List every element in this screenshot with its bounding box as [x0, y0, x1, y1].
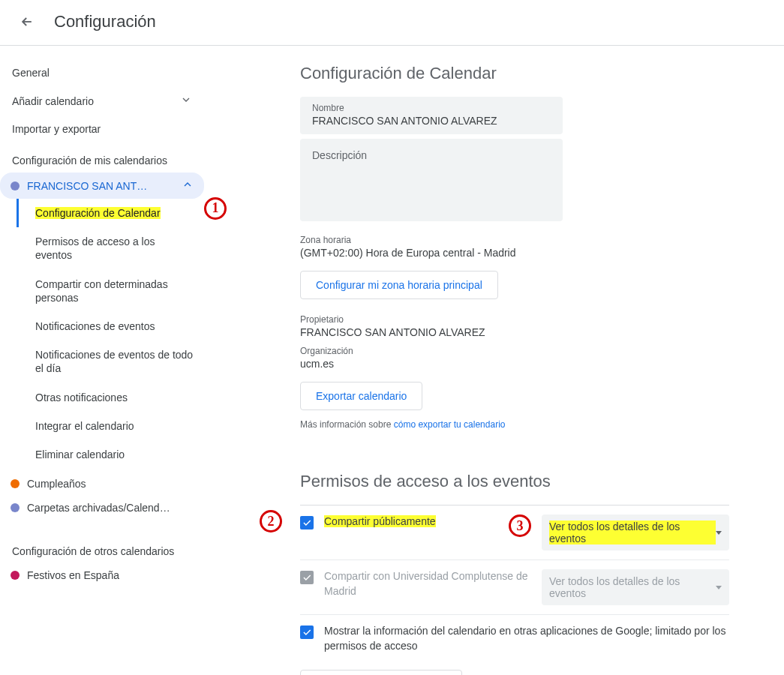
sidebar-calendar-birthdays[interactable]: Cumpleaños: [0, 472, 204, 496]
perm-row-org: Compartir con Universidad Complutense de…: [300, 560, 729, 614]
dropdown-public-visibility[interactable]: Ver todos los detalles de los eventos: [542, 514, 729, 550]
sidebar-sub-label: Configuración de Calendar: [35, 207, 161, 219]
name-field-label: Nombre: [312, 103, 551, 113]
name-field[interactable]: Nombre FRANCISCO SAN ANTONIO ALVAREZ: [300, 97, 563, 134]
sidebar-heading-my-calendars: Configuración de mis calendarios: [0, 142, 204, 172]
org-value: ucm.es: [300, 358, 729, 370]
sidebar-item-label: General: [12, 67, 50, 79]
calendar-color-dot-icon: [11, 503, 20, 512]
chevron-down-icon: [716, 586, 722, 590]
perm-row-public: 2 Compartir públicamente 3 Ver todos los…: [300, 505, 729, 560]
sidebar-heading-other-calendars: Configuración de otros calendarios: [0, 533, 204, 563]
sidebar-sub-compartir[interactable]: Compartir con determinadas personas: [17, 270, 204, 312]
sidebar-sub-otras-notif[interactable]: Otras notificaciones: [17, 383, 204, 412]
header-bar: Configuración: [0, 0, 784, 46]
org-label: Organización: [300, 346, 729, 356]
timezone-label: Zona horaria: [300, 235, 729, 245]
create-share-link-button[interactable]: Crear enlace para compartir: [300, 670, 462, 675]
sidebar-sub-label: Notificaciones de eventos: [35, 320, 155, 332]
sidebar-sub-label: Otras notificaciones: [35, 392, 128, 404]
sidebar-item-general[interactable]: General: [0, 59, 204, 86]
dropdown-label: Ver todos los detalles de los eventos: [549, 575, 716, 599]
configure-timezone-button[interactable]: Configurar mi zona horaria principal: [300, 271, 498, 299]
section-title-perms: Permisos de acceso a los eventos: [300, 472, 729, 491]
sidebar-item-import-export[interactable]: Importar y exportar: [0, 116, 204, 142]
perm-apps-label: Mostrar la información del calendario en…: [324, 624, 729, 653]
sidebar: General Añadir calendario Importar y exp…: [0, 46, 210, 675]
chevron-up-icon: [182, 178, 194, 193]
chevron-down-icon: [716, 531, 722, 535]
sidebar-sub-config[interactable]: Configuración de Calendar 1: [17, 199, 204, 227]
sidebar-sub-label: Compartir con determinadas personas: [35, 278, 168, 304]
checkbox-org: [300, 571, 314, 584]
sidebar-sub-notif-dia[interactable]: Notificaciones de eventos de todo el día: [17, 340, 204, 382]
sidebar-sub-eliminar[interactable]: Eliminar calendario: [17, 440, 204, 469]
section-title-config: Configuración de Calendar: [300, 64, 729, 83]
sidebar-sub-integrar[interactable]: Integrar el calendario: [17, 412, 204, 440]
timezone-value: (GMT+02:00) Hora de Europa central - Mad…: [300, 247, 729, 259]
name-field-value: FRANCISCO SAN ANTONIO ALVAREZ: [312, 115, 551, 127]
owner-value: FRANCISCO SAN ANTONIO ALVAREZ: [300, 326, 729, 338]
sidebar-calendar-label: Festivos en España: [27, 569, 119, 581]
page-title: Configuración: [54, 12, 156, 32]
sidebar-calendar-festivos[interactable]: Festivos en España: [0, 563, 204, 587]
description-field[interactable]: Descripción: [300, 139, 563, 221]
sidebar-sub-label: Permisos de acceso a los eventos: [35, 236, 155, 261]
sidebar-calendar-label: Carpetas archivadas/Calend…: [27, 502, 170, 514]
sidebar-item-label: Importar y exportar: [12, 123, 101, 135]
main-content: Configuración de Calendar Nombre FRANCIS…: [210, 46, 750, 675]
export-calendar-button[interactable]: Exportar calendario: [300, 382, 422, 410]
sidebar-calendar-selected[interactable]: FRANCISCO SAN ANT…: [0, 172, 204, 199]
sidebar-calendar-label: FRANCISCO SAN ANT…: [27, 180, 147, 192]
sidebar-item-label: Añadir calendario: [12, 95, 94, 107]
perm-public-label: Compartir públicamente: [324, 514, 531, 530]
sidebar-sub-label: Notificaciones de eventos de todo el día: [35, 349, 193, 374]
calendar-color-dot-icon: [11, 571, 20, 580]
calendar-color-dot-icon: [11, 182, 20, 190]
sidebar-sublist: Configuración de Calendar 1 Permisos de …: [12, 199, 204, 469]
sidebar-sub-permisos[interactable]: Permisos de acceso a los eventos: [17, 227, 204, 269]
perm-row-apps: Mostrar la información del calendario en…: [300, 614, 729, 662]
sidebar-sub-label: Eliminar calendario: [35, 448, 125, 460]
checkbox-public[interactable]: [300, 516, 314, 530]
sidebar-calendar-archived[interactable]: Carpetas archivadas/Calend…: [0, 496, 204, 520]
back-arrow-icon[interactable]: [18, 13, 36, 31]
sidebar-calendar-label: Cumpleaños: [27, 478, 86, 490]
description-field-label: Descripción: [312, 149, 367, 161]
annotation-2: 2: [260, 510, 282, 532]
calendar-color-dot-icon: [11, 479, 20, 488]
sidebar-sub-notif-eventos[interactable]: Notificaciones de eventos: [17, 312, 204, 340]
dropdown-org-visibility: Ver todos los detalles de los eventos: [542, 569, 729, 605]
sidebar-item-add-calendar[interactable]: Añadir calendario: [0, 86, 204, 116]
sidebar-sub-label: Integrar el calendario: [35, 420, 134, 432]
checkbox-apps[interactable]: [300, 626, 314, 639]
perm-org-label: Compartir con Universidad Complutense de…: [324, 569, 531, 598]
dropdown-label: Ver todos los detalles de los eventos: [549, 520, 716, 544]
export-info-text: Más información sobre cómo exportar tu c…: [300, 419, 729, 430]
export-info-link[interactable]: cómo exportar tu calendario: [394, 419, 506, 430]
chevron-down-icon: [180, 94, 192, 108]
owner-label: Propietario: [300, 314, 729, 325]
